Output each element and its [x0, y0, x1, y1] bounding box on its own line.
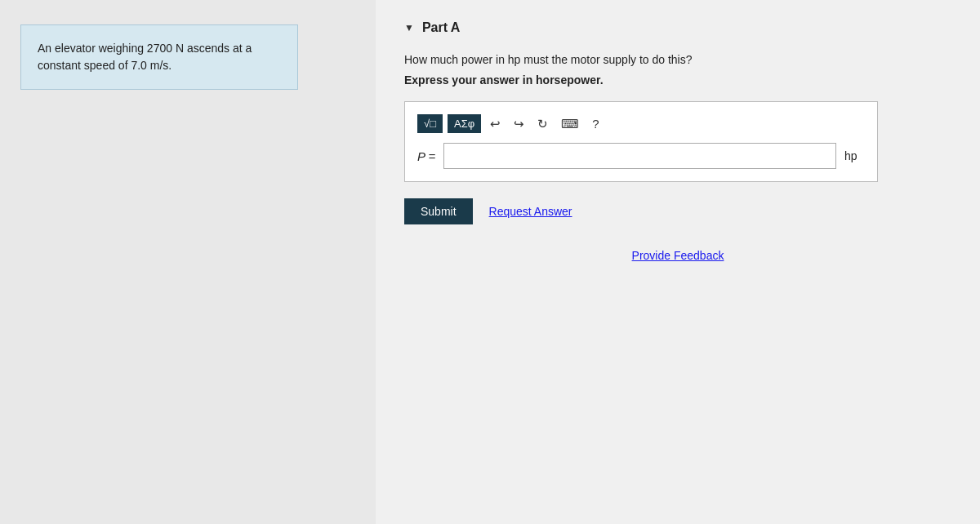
action-row: Submit Request Answer — [404, 198, 951, 224]
answer-input[interactable] — [443, 143, 836, 169]
question-line2: Express your answer in horsepower. — [404, 73, 951, 87]
equation-label: P = — [417, 149, 435, 163]
part-header: ▼ Part A — [404, 20, 951, 35]
keyboard-button[interactable]: ⌨ — [557, 115, 583, 133]
refresh-button[interactable]: ↻ — [533, 115, 552, 133]
greek-button[interactable]: ΑΣφ — [448, 114, 481, 133]
unit-label: hp — [844, 149, 865, 162]
part-title: Part A — [422, 20, 461, 35]
toolbar: √□ ΑΣφ ↩ ↪ ↻ ⌨ ? — [417, 114, 865, 133]
sqrt-icon: √□ — [424, 118, 436, 130]
help-button[interactable]: ? — [588, 115, 603, 132]
sqrt-button[interactable]: √□ — [417, 114, 443, 133]
collapse-arrow-icon[interactable]: ▼ — [404, 22, 414, 33]
right-panel: ▼ Part A How much power in hp must the m… — [376, 0, 980, 524]
answer-area: √□ ΑΣφ ↩ ↪ ↻ ⌨ ? P = hp — [404, 101, 878, 182]
problem-text-line2: constant speed of 7.0 m/s. — [38, 57, 281, 74]
submit-button[interactable]: Submit — [404, 198, 473, 224]
undo-button[interactable]: ↩ — [486, 115, 505, 133]
redo-button[interactable]: ↪ — [510, 115, 528, 133]
left-panel: An elevator weighing 2700 N ascends at a… — [0, 0, 376, 524]
problem-box: An elevator weighing 2700 N ascends at a… — [20, 24, 298, 90]
input-row: P = hp — [417, 143, 865, 169]
question-line1: How much power in hp must the motor supp… — [404, 51, 951, 69]
greek-label: ΑΣφ — [454, 118, 474, 130]
problem-text-line1: An elevator weighing 2700 N ascends at a — [38, 40, 281, 57]
request-answer-button[interactable]: Request Answer — [489, 205, 572, 218]
provide-feedback-button[interactable]: Provide Feedback — [404, 249, 951, 262]
